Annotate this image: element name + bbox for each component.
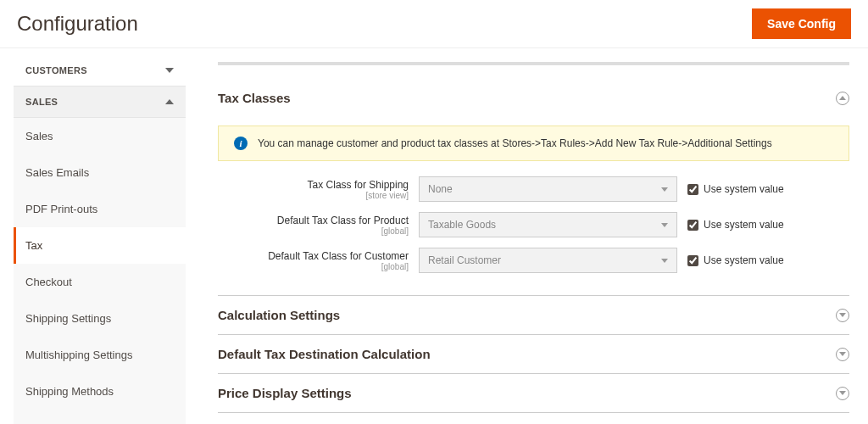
chevron-down-icon [661,259,668,263]
collapse-icon[interactable] [836,92,849,105]
expand-icon[interactable] [836,309,849,322]
panel-tax-classes[interactable]: Tax Classes i You can manage customer an… [218,79,849,296]
select-value: Retail Customer [428,254,501,266]
info-icon: i [234,137,248,150]
sidebar: CUSTOMERS SALES Sales Sales Emails PDF P… [0,48,199,424]
info-message: i You can manage customer and product ta… [218,126,849,161]
sidebar-section-label: CUSTOMERS [25,65,87,75]
use-system-value-checkbox[interactable]: Use system value [687,219,784,231]
field-scope: [global] [218,226,409,236]
panel-title: Default Tax Destination Calculation [218,347,431,361]
field-scope: [store view] [218,191,409,200]
sidebar-item-pdf-printouts[interactable]: PDF Print-outs [14,191,186,227]
select-value: None [428,183,453,195]
expand-icon[interactable] [836,387,849,400]
checkbox-input[interactable] [687,220,698,231]
page-title: Configuration [17,12,138,36]
sidebar-item-google-api[interactable]: Google API [14,410,186,424]
panel-calculation-settings[interactable]: Calculation Settings [218,296,849,335]
chevron-down-icon [661,223,668,227]
chevron-down-icon [661,187,668,192]
field-label: Default Tax Class for Customer [268,250,409,262]
use-system-value-checkbox[interactable]: Use system value [687,254,784,266]
panel-price-display[interactable]: Price Display Settings [218,374,849,413]
sidebar-item-shipping-methods[interactable]: Shipping Methods [14,373,186,410]
sidebar-item-tax[interactable]: Tax [14,227,186,264]
main-content: Tax Classes i You can manage customer an… [199,48,868,424]
tax-class-shipping-select: None [419,176,677,202]
field-label: Default Tax Class for Product [277,215,409,226]
sidebar-item-sales[interactable]: Sales [14,118,186,154]
default-tax-class-customer-select: Retail Customer [419,248,677,273]
panel-title: Price Display Settings [218,386,352,400]
field-label: Tax Class for Shipping [308,179,409,191]
field-scope: [global] [218,262,409,271]
checkbox-label: Use system value [704,219,784,231]
chevron-up-icon [165,99,174,104]
panel-default-tax-destination[interactable]: Default Tax Destination Calculation [218,335,849,374]
checkbox-input[interactable] [687,184,698,195]
checkbox-label: Use system value [704,183,784,195]
sidebar-item-sales-emails[interactable]: Sales Emails [14,154,186,191]
sidebar-section-sales[interactable]: SALES [14,86,186,118]
panel-title: Tax Classes [218,91,291,105]
info-text: You can manage customer and product tax … [258,137,772,149]
checkbox-label: Use system value [704,254,784,266]
field-row: Default Tax Class for Product [global] T… [218,212,849,237]
sidebar-item-checkout[interactable]: Checkout [14,264,186,300]
use-system-value-checkbox[interactable]: Use system value [687,183,784,195]
checkbox-input[interactable] [687,255,698,266]
sidebar-section-customers[interactable]: CUSTOMERS [14,55,186,86]
field-row: Default Tax Class for Customer [global] … [218,248,849,273]
divider [218,62,849,65]
default-tax-class-product-select: Taxable Goods [419,212,677,237]
sidebar-item-multishipping[interactable]: Multishipping Settings [14,337,186,373]
panel-shopping-cart-display[interactable]: Shopping Cart Display Settings [218,413,849,424]
field-row: Tax Class for Shipping [store view] None… [218,176,849,202]
expand-icon[interactable] [836,348,849,361]
sidebar-item-shipping-settings[interactable]: Shipping Settings [14,300,186,337]
panel-title: Calculation Settings [218,308,340,322]
sidebar-section-label: SALES [25,97,58,107]
select-value: Taxable Goods [428,219,496,231]
save-config-button[interactable]: Save Config [752,8,851,39]
chevron-down-icon [165,68,174,73]
